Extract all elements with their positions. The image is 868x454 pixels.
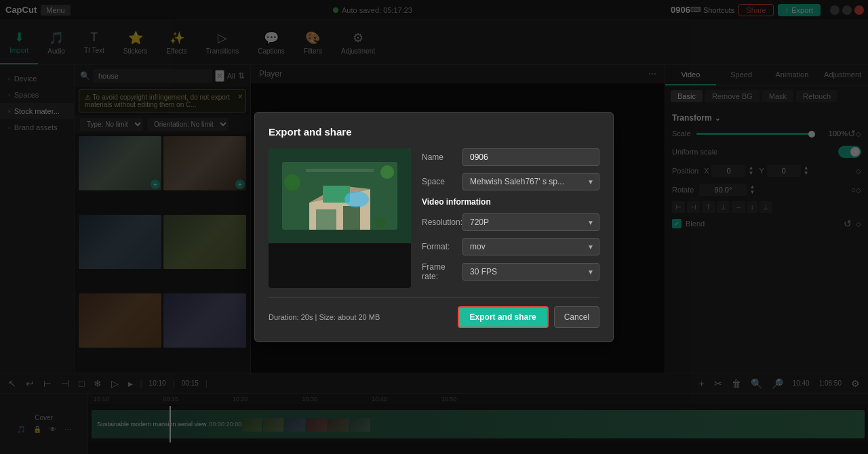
- frame-rate-label: Frame rate:: [422, 262, 462, 281]
- name-label: Name: [422, 152, 462, 162]
- svg-point-12: [380, 165, 394, 179]
- space-row: Space Mehwish Saleh767' s sp... ▼: [422, 173, 599, 190]
- name-input[interactable]: [462, 148, 599, 166]
- format-select-wrap: mov mp4 gif ▼: [462, 238, 599, 255]
- preview-svg: [269, 148, 411, 243]
- fps-select-wrap: 24 FPS 30 FPS 60 FPS ▼: [462, 263, 599, 281]
- svg-rect-7: [343, 206, 360, 230]
- svg-point-11: [284, 174, 300, 190]
- modal-preview: [269, 148, 411, 288]
- resolution-select-wrap: 720P 1080P 4K ▼: [462, 213, 599, 231]
- frame-rate-row: Frame rate: 24 FPS 30 FPS 60 FPS ▼: [422, 262, 599, 281]
- resolution-select[interactable]: 720P 1080P 4K: [462, 213, 599, 231]
- export-modal: Export and share: [254, 112, 614, 342]
- space-select[interactable]: Mehwish Saleh767' s sp...: [462, 173, 599, 190]
- video-info-title: Video information: [422, 197, 599, 207]
- export-and-share-button[interactable]: Export and share: [458, 306, 549, 328]
- format-select[interactable]: mov mp4 gif: [462, 238, 599, 255]
- space-select-wrap: Mehwish Saleh767' s sp... ▼: [462, 173, 599, 190]
- resolution-label: Resolution:: [422, 218, 462, 227]
- space-label: Space: [422, 177, 462, 186]
- format-label: Format:: [422, 242, 462, 251]
- resolution-row: Resolution: 720P 1080P 4K ▼: [422, 213, 599, 231]
- name-row: Name: [422, 148, 599, 166]
- svg-point-13: [375, 218, 386, 228]
- modal-overlay: Export and share: [0, 0, 868, 454]
- svg-rect-6: [316, 209, 336, 230]
- modal-body: Name Space Mehwish Saleh767' s sp... ▼ V…: [269, 148, 599, 288]
- svg-rect-9: [306, 169, 374, 172]
- modal-title: Export and share: [269, 126, 599, 138]
- modal-footer: Duration: 20s | Size: about 20 MB Export…: [269, 297, 599, 328]
- modal-form: Name Space Mehwish Saleh767' s sp... ▼ V…: [422, 148, 599, 288]
- preview-image: [269, 148, 411, 243]
- fps-select[interactable]: 24 FPS 30 FPS 60 FPS: [462, 263, 599, 281]
- modal-actions: Export and share Cancel: [458, 306, 599, 328]
- format-row: Format: mov mp4 gif ▼: [422, 238, 599, 255]
- cancel-button[interactable]: Cancel: [554, 306, 599, 328]
- svg-point-10: [344, 191, 369, 207]
- export-info: Duration: 20s | Size: about 20 MB: [269, 313, 380, 321]
